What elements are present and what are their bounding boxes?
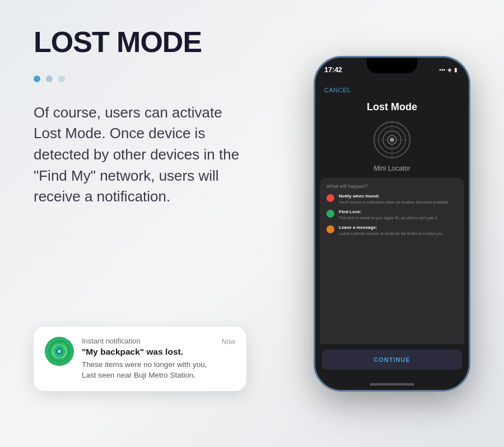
signal-icon: ▪▪▪ (439, 67, 445, 73)
dot-2 (46, 76, 53, 82)
what-happen-title: What will happen? (326, 183, 458, 189)
phone-button-vol-up (314, 150, 315, 168)
phone-button-silent (314, 125, 315, 143)
description-text: Of course, users can activate Lost Mode.… (34, 102, 246, 208)
home-bar (370, 383, 414, 385)
left-panel: LOST MODE Of course, users can activate … (0, 0, 274, 447)
feature-text-lock: Find Lock: This item is linked to your A… (339, 209, 458, 220)
feature-item-message: Leave a message: Leave a phone number or… (326, 225, 458, 236)
feature-item-notify: Notify when found: You'll receive a noti… (326, 194, 458, 205)
phone-mockup: 17:42 ▪▪▪ ◈ ▮ CANCEL Lost Mode (314, 56, 470, 392)
notification-title: "My backpack" was lost. (82, 347, 214, 357)
continue-button[interactable]: CONTINUE (322, 350, 462, 370)
feature-dot-green (326, 210, 334, 218)
page-title: LOST MODE (34, 27, 246, 58)
device-name: Mini Locator (374, 164, 410, 172)
feature-title-lock: Find Lock: (339, 209, 458, 214)
right-panel: 17:42 ▪▪▪ ◈ ▮ CANCEL Lost Mode (297, 17, 487, 430)
app-title-section: Lost Mode (315, 97, 469, 178)
notification-body: These items were no longer with you, Las… (82, 360, 214, 381)
battery-icon: ▮ (454, 67, 458, 73)
status-icons: ▪▪▪ ◈ ▮ (439, 67, 458, 73)
phone-button-vol-down (314, 175, 315, 193)
app-title-text: Lost Mode (367, 101, 417, 113)
notification-label: Instant notification (82, 337, 214, 345)
feature-dot-red (326, 194, 334, 202)
phone-notch (367, 58, 417, 73)
feature-text-message: Leave a message: Leave a phone number or… (339, 225, 458, 236)
wifi-icon: ◈ (447, 67, 452, 73)
notification-content: Instant notification "My backpack" was l… (82, 337, 214, 381)
phone-button-power (469, 142, 470, 172)
notification-icon (45, 337, 74, 366)
what-happen-section: What will happen? Notify when found: You… (320, 178, 464, 344)
dot-3 (58, 76, 65, 82)
app-nav: CANCEL (315, 82, 469, 97)
feature-title-notify: Notify when found: (339, 194, 458, 199)
cancel-button[interactable]: CANCEL (324, 87, 351, 93)
feature-text-notify: Notify when found: You'll receive a noti… (339, 194, 458, 205)
dots-row (34, 76, 246, 82)
radar-icon (372, 120, 412, 160)
feature-item-lock: Find Lock: This item is linked to your A… (326, 209, 458, 220)
feature-desc-message: Leave a phone number or email for the fi… (339, 231, 458, 236)
page-container: LOST MODE Of course, users can activate … (0, 0, 504, 447)
notification-card: Instant notification "My backpack" was l… (34, 327, 246, 391)
phone-screen: 17:42 ▪▪▪ ◈ ▮ CANCEL Lost Mode (315, 58, 469, 390)
home-indicator (315, 379, 469, 390)
dot-1 (34, 76, 40, 82)
feature-desc-lock: This item is linked to your Apple ID, so… (339, 215, 458, 220)
feature-desc-notify: You'll receive a notification when its l… (339, 200, 458, 205)
status-time: 17:42 (324, 65, 342, 74)
continue-area: CONTINUE (315, 344, 469, 379)
notification-time: Now (222, 338, 235, 346)
feature-dot-orange (326, 225, 334, 233)
feature-title-message: Leave a message: (339, 225, 458, 230)
continue-button-label: CONTINUE (374, 356, 410, 363)
app-screen: CANCEL Lost Mode (315, 82, 469, 390)
